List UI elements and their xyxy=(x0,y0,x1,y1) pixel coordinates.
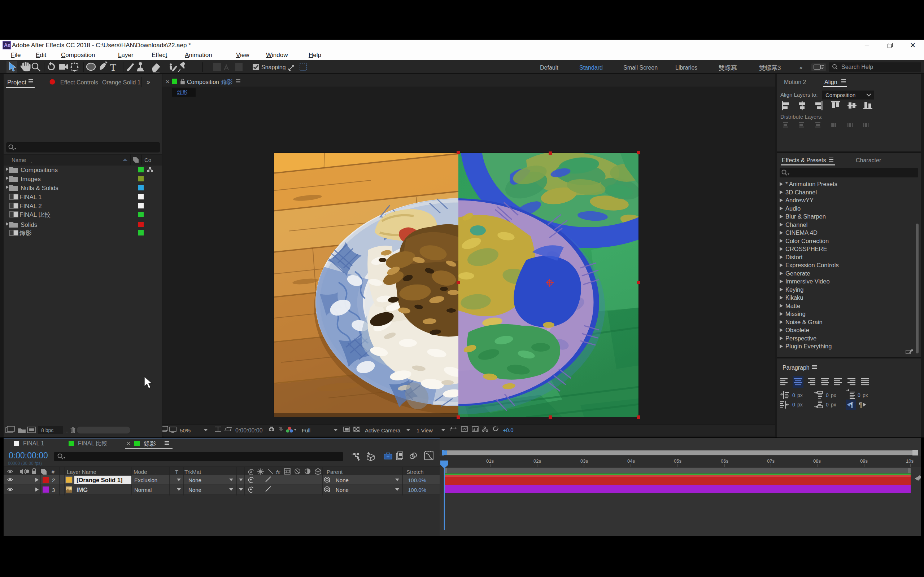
svg-text:px: px xyxy=(831,402,836,408)
svg-text:06s: 06s xyxy=(721,458,729,464)
svg-text:Matte: Matte xyxy=(785,303,800,309)
svg-text:Solids: Solids xyxy=(21,221,37,228)
svg-text:Motion 2: Motion 2 xyxy=(784,79,806,85)
svg-text:1 View: 1 View xyxy=(417,427,433,434)
svg-text:TrkMat: TrkMat xyxy=(184,469,201,475)
svg-text:None: None xyxy=(188,477,201,483)
svg-text:01s: 01s xyxy=(486,458,494,464)
svg-text:Search Help: Search Help xyxy=(842,64,873,70)
svg-text:.: . xyxy=(31,158,32,164)
svg-text:Immersive Video: Immersive Video xyxy=(785,278,830,285)
svg-text:None: None xyxy=(188,487,201,493)
svg-text:50%: 50% xyxy=(180,427,191,434)
svg-text:Plugin Everything: Plugin Everything xyxy=(785,343,832,350)
svg-text:Character: Character xyxy=(856,157,881,163)
svg-text:Libraries: Libraries xyxy=(675,64,697,71)
svg-text:Generate: Generate xyxy=(785,270,810,277)
svg-text:✕: ✕ xyxy=(165,79,170,85)
svg-text:Active Camera: Active Camera xyxy=(365,427,401,434)
svg-text:»: » xyxy=(800,64,802,70)
svg-text:CINEMA 4D: CINEMA 4D xyxy=(785,229,817,236)
svg-text:Composition: Composition xyxy=(187,79,219,85)
svg-text:07s: 07s xyxy=(767,458,775,464)
svg-text:100.0%: 100.0% xyxy=(408,477,426,483)
svg-text:AndrewYY: AndrewYY xyxy=(785,197,814,203)
svg-text:Nulls & Solids: Nulls & Solids xyxy=(21,185,58,192)
svg-text:FINAL 比較: FINAL 比較 xyxy=(19,211,50,218)
svg-text:Composition: Composition xyxy=(825,92,855,98)
svg-text:Channel: Channel xyxy=(785,221,808,228)
svg-text:8 bpc: 8 bpc xyxy=(41,427,53,433)
svg-text:03s: 03s xyxy=(580,458,588,464)
svg-text:Small Screen: Small Screen xyxy=(624,64,657,71)
svg-text:0:00:00:00: 0:00:00:00 xyxy=(9,451,48,460)
svg-text:0: 0 xyxy=(792,392,795,398)
svg-text:Project: Project xyxy=(7,79,26,86)
svg-text:10s: 10s xyxy=(906,458,914,464)
svg-text:100.0%: 100.0% xyxy=(408,487,426,493)
svg-text:00000 (30.00 fps): 00000 (30.00 fps) xyxy=(8,461,42,466)
svg-text:¶: ¶ xyxy=(859,401,862,409)
svg-text:IMG: IMG xyxy=(76,487,88,493)
svg-text:¶: ¶ xyxy=(850,401,854,409)
svg-text:FINAL 比較: FINAL 比較 xyxy=(78,440,107,446)
svg-text:Audio: Audio xyxy=(785,205,801,212)
svg-text:Align: Align xyxy=(824,79,837,85)
svg-text:Align Layers to:: Align Layers to: xyxy=(780,92,817,98)
svg-text:+0.0: +0.0 xyxy=(503,427,514,433)
svg-text:Standard: Standard xyxy=(579,64,603,71)
svg-text:* Animation Presets: * Animation Presets xyxy=(785,181,837,187)
svg-text:錄影: 錄影 xyxy=(143,440,156,447)
svg-text:08s: 08s xyxy=(813,458,821,464)
svg-text:Name: Name xyxy=(11,157,26,163)
svg-text:2: 2 xyxy=(52,477,55,483)
svg-text:Expression Controls: Expression Controls xyxy=(785,262,839,268)
svg-text:px: px xyxy=(797,392,803,398)
svg-text:Blur & Sharpen: Blur & Sharpen xyxy=(785,213,826,220)
svg-text:px: px xyxy=(831,392,836,398)
svg-text:»: » xyxy=(147,78,150,85)
svg-text:Snapping: Snapping xyxy=(261,64,286,70)
svg-text:02s: 02s xyxy=(533,458,541,464)
svg-text:Mode: Mode xyxy=(134,469,147,475)
svg-text:雙螺幕3: 雙螺幕3 xyxy=(759,64,781,71)
svg-text:0: 0 xyxy=(858,392,861,398)
svg-text:Kikaku: Kikaku xyxy=(785,294,803,301)
svg-text:Perspective: Perspective xyxy=(785,335,816,342)
svg-text:0:00:00:00: 0:00:00:00 xyxy=(235,427,263,434)
svg-text:04s: 04s xyxy=(627,458,635,464)
svg-text:None: None xyxy=(336,477,349,483)
svg-text:[Orange Solid 1]: [Orange Solid 1] xyxy=(76,477,122,483)
svg-text:px: px xyxy=(863,392,868,398)
svg-text:FINAL 2: FINAL 2 xyxy=(19,203,42,210)
svg-text:05s: 05s xyxy=(674,458,682,464)
svg-text:Missing: Missing xyxy=(785,311,806,317)
svg-text:.: . xyxy=(155,469,157,475)
svg-text:Orange Solid 1: Orange Solid 1 xyxy=(102,79,141,85)
svg-text:...: ... xyxy=(64,428,69,434)
svg-text:T: T xyxy=(110,62,116,73)
svg-text:None: None xyxy=(336,487,349,493)
svg-text:T: T xyxy=(175,469,178,475)
svg-text:✕: ✕ xyxy=(126,441,131,446)
svg-text:Noise & Grain: Noise & Grain xyxy=(785,319,822,325)
svg-text:3: 3 xyxy=(52,487,55,493)
svg-text:Effects & Presets: Effects & Presets xyxy=(782,157,826,163)
svg-text:Paragraph: Paragraph xyxy=(782,364,809,371)
svg-text:錄影: 錄影 xyxy=(19,230,32,237)
svg-text:FINAL 1: FINAL 1 xyxy=(23,440,44,446)
svg-text:Color Correction: Color Correction xyxy=(785,238,829,244)
svg-text:Distort: Distort xyxy=(785,254,803,260)
svg-text:Parent: Parent xyxy=(327,469,343,475)
svg-text:px: px xyxy=(797,402,803,408)
svg-text:FINAL 1: FINAL 1 xyxy=(19,193,42,200)
svg-text:Stretch: Stretch xyxy=(406,469,424,475)
svg-text:09s: 09s xyxy=(860,458,868,464)
svg-text:錄影: 錄影 xyxy=(177,89,188,95)
svg-text:Keying: Keying xyxy=(785,286,803,293)
svg-text:#: # xyxy=(52,469,55,475)
svg-text:Default: Default xyxy=(540,64,558,71)
svg-text:Normal: Normal xyxy=(134,487,152,493)
svg-text:Exclusion: Exclusion xyxy=(134,477,157,483)
svg-text:Compositions: Compositions xyxy=(21,167,58,174)
